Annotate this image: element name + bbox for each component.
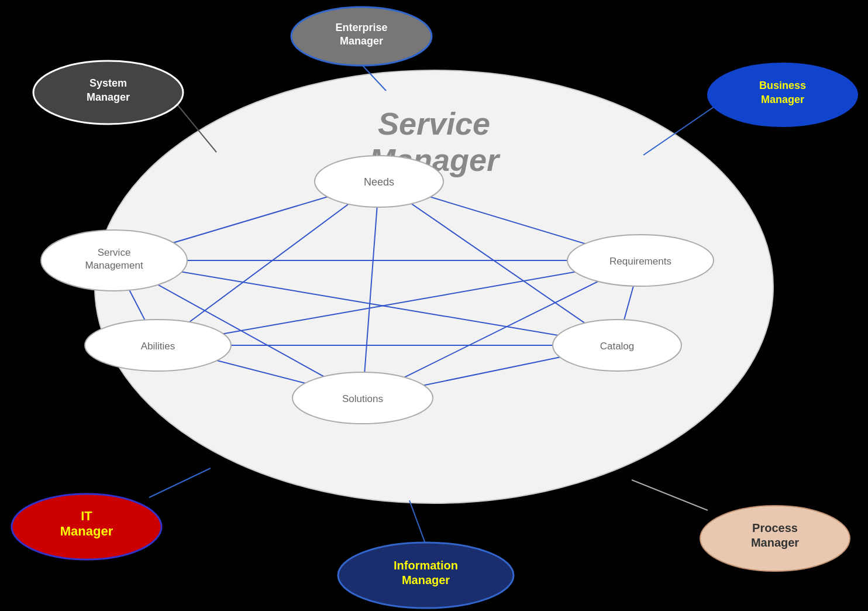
system-manager-label2: Manager (87, 91, 130, 103)
service-management-label1: Service (98, 247, 131, 258)
service-management-label2: Management (85, 260, 143, 271)
process-manager-label1: Process (752, 521, 798, 534)
solutions-label: Solutions (342, 393, 383, 404)
requirements-label: Requirements (609, 256, 671, 267)
needs-label: Needs (364, 176, 394, 188)
it-manager-label1: IT (81, 509, 92, 523)
service-manager-label: Service (378, 106, 490, 141)
abilities-label: Abilities (141, 341, 175, 352)
enterprise-manager-label2: Manager (340, 35, 383, 47)
process-manager-label2: Manager (751, 536, 799, 549)
system-manager-label1: System (89, 77, 127, 89)
business-manager-label1: Business (759, 80, 806, 91)
line-information (409, 500, 426, 545)
it-manager-label2: Manager (60, 524, 113, 538)
information-manager-label2: Manager (402, 574, 450, 586)
line-process (632, 480, 708, 510)
business-manager-label2: Manager (761, 94, 804, 105)
line-it (149, 468, 211, 497)
catalog-label: Catalog (600, 341, 635, 352)
enterprise-manager-label1: Enterprise (335, 22, 387, 33)
diagram-container: Service Manager (0, 0, 868, 611)
main-svg: Service Manager (0, 0, 868, 611)
information-manager-label1: Information (394, 559, 458, 572)
